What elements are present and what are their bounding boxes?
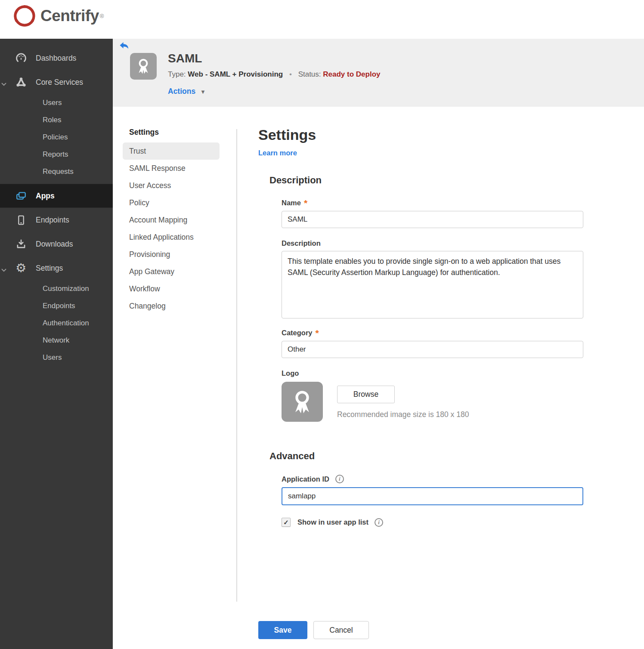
vertical-divider xyxy=(236,129,237,602)
category-field[interactable] xyxy=(282,341,583,358)
sidebar-item-dashboards[interactable]: Dashboards xyxy=(0,46,113,70)
subnav-item-policy[interactable]: Policy xyxy=(123,194,220,211)
logo-row: Browse Recommended image size is 180 x 1… xyxy=(282,382,583,422)
brand-trademark: ® xyxy=(100,13,104,19)
app-title: SAML xyxy=(168,52,202,65)
status-label: Status: xyxy=(298,70,321,78)
sidebar-item-label: Downloads xyxy=(36,240,73,249)
category-label-row: Category * xyxy=(282,329,583,337)
advanced-section-heading: Advanced xyxy=(269,451,583,462)
description-form: Name * Description This template enables… xyxy=(282,199,583,422)
name-label: Name xyxy=(282,199,301,207)
award-ribbon-icon xyxy=(288,388,316,416)
category-label: Category xyxy=(282,329,313,337)
application-id-field[interactable] xyxy=(282,487,583,505)
show-in-app-list-row: ✓ Show in user app list i xyxy=(282,518,583,527)
show-in-app-list-label: Show in user app list xyxy=(297,518,368,526)
sidebar-item-label: Settings xyxy=(36,264,63,273)
content-area: Settings Trust SAML Response User Access… xyxy=(113,107,644,649)
required-asterisk: * xyxy=(316,330,319,336)
application-id-label: Application ID xyxy=(282,475,329,483)
sidebar-item-label: Dashboards xyxy=(36,54,76,63)
status-value: Ready to Deploy xyxy=(323,70,380,78)
sidebar-item-network[interactable]: Network xyxy=(0,332,113,349)
sidebar-item-reports[interactable]: Reports xyxy=(0,146,113,163)
actions-menu-button[interactable]: Actions ▼ xyxy=(168,87,206,96)
sidebar-item-policies[interactable]: Policies xyxy=(0,129,113,146)
chevron-down-icon[interactable] xyxy=(1,80,7,84)
actions-label: Actions xyxy=(168,87,195,96)
subnav-item-user-access[interactable]: User Access xyxy=(123,177,220,194)
sidebar-item-authentication[interactable]: Authentication xyxy=(0,315,113,332)
top-bar: Centrify ® xyxy=(0,0,644,39)
cancel-button[interactable]: Cancel xyxy=(313,621,369,639)
description-label: Description xyxy=(282,239,583,247)
apps-icon xyxy=(15,190,27,202)
type-value: Web - SAML + Provisioning xyxy=(188,70,283,78)
downloads-icon xyxy=(15,238,27,250)
browse-button[interactable]: Browse xyxy=(337,386,395,403)
app-header: SAML Type: Web - SAML + Provisioning • S… xyxy=(113,39,644,107)
endpoints-device-icon xyxy=(15,214,27,226)
sidebar-item-roles[interactable]: Roles xyxy=(0,111,113,129)
settings-main: Settings Learn more Description Name * D… xyxy=(258,127,583,527)
chevron-down-icon[interactable] xyxy=(1,266,7,270)
subnav-header: Settings xyxy=(123,128,220,137)
show-in-app-list-checkbox[interactable]: ✓ xyxy=(282,518,291,527)
logo-label: Logo xyxy=(282,369,583,377)
sidebar-item-customization[interactable]: Customization xyxy=(0,280,113,297)
brand-name: Centrify xyxy=(40,7,99,25)
sidebar-item-settings[interactable]: ⚙ Settings xyxy=(0,256,113,280)
subnav-item-saml-response[interactable]: SAML Response xyxy=(123,160,220,177)
sidebar-item-settings-endpoints[interactable]: Endpoints xyxy=(0,297,113,315)
description-field[interactable]: This template enables you to provide sin… xyxy=(282,251,583,318)
sidebar: Dashboards Core Services Users Roles Pol… xyxy=(0,39,113,649)
name-label-row: Name * xyxy=(282,199,583,207)
sidebar-item-endpoints[interactable]: Endpoints xyxy=(0,208,113,232)
advanced-form: Application ID i ✓ Show in user app list… xyxy=(282,475,583,527)
core-services-icon xyxy=(15,77,27,88)
subnav-item-provisioning[interactable]: Provisioning xyxy=(123,246,220,263)
meta-separator: • xyxy=(289,70,292,78)
centrify-logo-icon xyxy=(12,3,37,28)
sidebar-item-core-services[interactable]: Core Services xyxy=(0,70,113,94)
sidebar-item-downloads[interactable]: Downloads xyxy=(0,232,113,256)
subnav-item-linked-applications[interactable]: Linked Applications xyxy=(123,229,220,246)
sidebar-item-label: Core Services xyxy=(36,78,83,87)
description-section-heading: Description xyxy=(269,175,583,186)
caret-down-icon: ▼ xyxy=(200,89,206,95)
settings-subnav: Settings Trust SAML Response User Access… xyxy=(123,128,220,315)
logo-size-hint: Recommended image size is 180 x 180 xyxy=(337,410,469,419)
subnav-item-changelog[interactable]: Changelog xyxy=(123,297,220,315)
learn-more-link[interactable]: Learn more xyxy=(258,149,297,157)
save-button[interactable]: Save xyxy=(258,621,307,639)
sidebar-item-label: Endpoints xyxy=(36,216,69,225)
subnav-item-trust[interactable]: Trust xyxy=(123,142,220,160)
info-icon[interactable]: i xyxy=(335,475,344,483)
page-title: Settings xyxy=(258,127,583,143)
subnav-item-account-mapping[interactable]: Account Mapping xyxy=(123,211,220,229)
info-icon[interactable]: i xyxy=(375,518,383,527)
sidebar-item-apps[interactable]: Apps xyxy=(0,184,113,208)
app-logo-preview xyxy=(282,382,323,422)
type-label: Type: xyxy=(168,70,186,78)
dashboards-gauge-icon xyxy=(15,53,27,64)
gear-icon: ⚙ xyxy=(15,263,27,274)
back-arrow-icon[interactable] xyxy=(119,42,129,50)
sidebar-item-label: Apps xyxy=(36,192,55,201)
app-logo xyxy=(130,53,157,80)
form-footer: Save Cancel xyxy=(258,621,369,639)
logo-actions: Browse Recommended image size is 180 x 1… xyxy=(337,382,469,419)
subnav-item-app-gateway[interactable]: App Gateway xyxy=(123,263,220,280)
award-ribbon-icon xyxy=(134,57,153,76)
sidebar-item-settings-users[interactable]: Users xyxy=(0,349,113,366)
sidebar-item-requests[interactable]: Requests xyxy=(0,163,113,180)
brand: Centrify ® xyxy=(12,3,104,28)
required-asterisk: * xyxy=(304,200,307,206)
application-id-label-row: Application ID i xyxy=(282,475,583,483)
name-field[interactable] xyxy=(282,211,583,228)
subnav-item-workflow[interactable]: Workflow xyxy=(123,280,220,297)
app-meta: Type: Web - SAML + Provisioning • Status… xyxy=(168,70,380,79)
sidebar-item-users[interactable]: Users xyxy=(0,94,113,111)
